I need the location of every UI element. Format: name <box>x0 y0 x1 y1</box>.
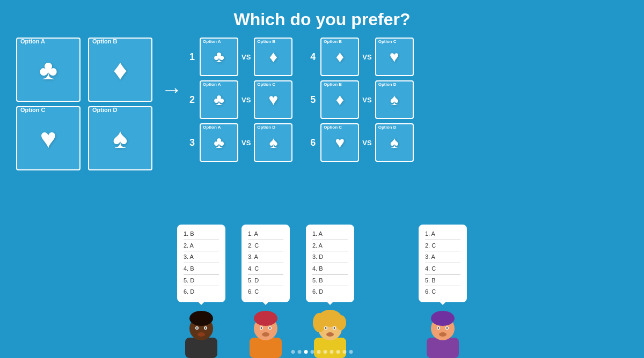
bubble-2-line-2: 2. C <box>248 241 283 252</box>
dot-2[interactable] <box>298 350 302 354</box>
comp-card-2a: Option A ♣ <box>200 80 238 119</box>
person-group-1: 1. B 2. A 3. A 4. B 5. D 6. D <box>177 225 225 358</box>
comp-1a-sym: ♣ <box>214 49 224 65</box>
comp-6a-sym: ♥ <box>335 135 345 151</box>
comp-4a-sym: ♦ <box>336 49 344 65</box>
option-a-symbol: ♣ <box>39 56 57 84</box>
comp-card-6a: Option C ♥ <box>320 123 359 162</box>
bubble-3-line-3: 3. D <box>312 252 348 263</box>
comp-card-4a: Option B ♦ <box>320 38 359 76</box>
comp-2a-sym: ♣ <box>214 92 224 108</box>
option-c-symbol: ♥ <box>40 124 57 152</box>
comp-3a-label: Option A <box>203 125 221 130</box>
bubble-3-line-4: 4. B <box>312 264 348 275</box>
bubble-1-line-3: 3. A <box>184 252 219 263</box>
comp-1b-sym: ♦ <box>269 49 277 65</box>
page-title: Which do you prefer? <box>0 0 644 29</box>
bubble-3-line-2: 2. A <box>312 241 348 252</box>
comp-4b-sym: ♥ <box>390 49 399 65</box>
svg-point-28 <box>431 311 455 326</box>
svg-point-10 <box>254 311 277 326</box>
comp-card-3b: Option D ♠ <box>254 123 292 162</box>
bubble-4-line-4: 4. C <box>425 264 460 275</box>
svg-point-32 <box>447 327 448 329</box>
option-d-label: Option D <box>92 107 117 113</box>
dot-5[interactable] <box>317 350 321 354</box>
comp-6b-label: Option D <box>378 125 397 130</box>
svg-point-33 <box>439 332 447 337</box>
comparisons-left: 1 Option A ♣ VS Option B ♦ 2 Option A ♣ … <box>188 38 292 162</box>
speech-bubble-1: 1. B 2. A 3. A 4. B 5. D 6. D <box>177 225 225 302</box>
svg-point-15 <box>262 332 269 337</box>
option-d-symbol: ♠ <box>113 124 128 152</box>
svg-rect-8 <box>250 338 282 358</box>
vs-1: VS <box>241 53 251 61</box>
avatar-2 <box>244 304 287 358</box>
bubble-2-line-4: 4. C <box>248 264 283 275</box>
comp-5a-label: Option B <box>324 82 342 87</box>
option-card-d: Option D ♠ <box>88 106 152 170</box>
person-group-3: 1. A 2. A 3. D 4. B 5. B 6. D <box>306 225 354 358</box>
comparisons-right: 4 Option B ♦ VS Option C ♥ 5 Option B ♦ … <box>309 38 413 162</box>
dot-7[interactable] <box>330 350 334 354</box>
svg-rect-16 <box>314 338 346 358</box>
bubble-4-line-5: 5. B <box>425 275 460 287</box>
svg-point-13 <box>261 327 262 329</box>
dot-8[interactable] <box>336 350 340 354</box>
bubble-3-line-6: 6. D <box>312 287 348 297</box>
svg-point-6 <box>205 327 207 329</box>
comp-row-5: 5 Option B ♦ VS Option D ♠ <box>309 80 413 119</box>
comp-6a-label: Option C <box>324 125 342 130</box>
comp-card-1b: Option B ♦ <box>254 38 292 76</box>
bubble-2-line-5: 5. D <box>248 275 283 287</box>
bubble-2-line-1: 1. A <box>248 229 283 240</box>
comp-row-2: 2 Option A ♣ VS Option C ♥ <box>188 80 292 119</box>
vs-5: VS <box>362 96 371 104</box>
svg-point-5 <box>196 327 198 329</box>
comp-num-4: 4 <box>309 51 317 63</box>
svg-point-24 <box>334 327 335 329</box>
svg-point-25 <box>326 332 334 337</box>
comp-2a-label: Option A <box>203 82 221 87</box>
comp-5b-label: Option D <box>378 82 397 87</box>
option-a-label: Option A <box>20 38 45 44</box>
person-group-4: 1. A 2. C 3. A 4. C 5. B 6. C <box>419 225 467 358</box>
comp-2b-label: Option C <box>257 82 275 87</box>
comp-4b-label: Option C <box>378 39 397 44</box>
dot-1[interactable] <box>291 350 295 354</box>
bubble-1-line-2: 2. A <box>184 241 219 252</box>
vs-6: VS <box>362 139 371 147</box>
main-content: Option A ♣ Option B ♦ Option C ♥ Option … <box>0 35 644 170</box>
bubble-4-line-2: 2. C <box>425 241 460 252</box>
comp-5b-sym: ♠ <box>390 92 399 108</box>
avatar-4 <box>421 304 464 358</box>
dot-6[interactable] <box>324 350 327 354</box>
vs-2: VS <box>241 96 251 104</box>
comp-card-4b: Option C ♥ <box>375 38 414 76</box>
comp-1b-label: Option B <box>257 39 275 44</box>
comp-4a-label: Option B <box>324 39 342 44</box>
bubble-1-line-4: 4. B <box>184 264 219 275</box>
dot-9[interactable] <box>343 350 347 354</box>
comp-card-1a: Option A ♣ <box>200 38 238 76</box>
comp-card-2b: Option C ♥ <box>254 80 292 119</box>
bubble-1-line-6: 6. D <box>184 287 219 297</box>
bottom-section: 1. B 2. A 3. A 4. B 5. D 6. D 1. A 2. <box>0 225 644 358</box>
option-card-b: Option B ♦ <box>88 38 152 102</box>
comp-3b-sym: ♠ <box>269 135 277 151</box>
speech-bubble-2: 1. A 2. C 3. A 4. C 5. D 6. C <box>241 225 290 302</box>
option-c-label: Option C <box>20 107 45 113</box>
comp-6b-sym: ♠ <box>390 135 399 151</box>
svg-point-2 <box>189 311 213 326</box>
vs-3: VS <box>241 139 251 147</box>
bubble-1-line-5: 5. D <box>184 275 219 287</box>
comp-num-2: 2 <box>188 94 196 106</box>
dot-4[interactable] <box>311 350 314 354</box>
comp-row-3: 3 Option A ♣ VS Option D ♠ <box>188 123 292 162</box>
comp-card-6b: Option D ♠ <box>375 123 414 162</box>
dot-3[interactable] <box>304 350 308 354</box>
option-b-symbol: ♦ <box>113 56 128 84</box>
comp-2b-sym: ♥ <box>268 92 278 108</box>
dot-10[interactable] <box>349 350 353 354</box>
bubble-1-line-1: 1. B <box>184 229 219 240</box>
